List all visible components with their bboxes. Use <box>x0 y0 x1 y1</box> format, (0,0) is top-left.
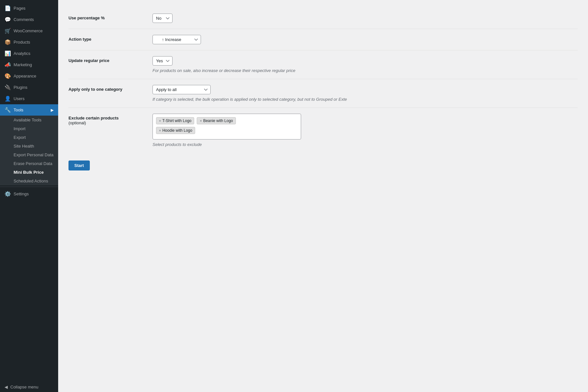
collapse-label: Collapse menu <box>10 385 38 389</box>
tools-icon: 🔧 <box>5 107 11 113</box>
update-regular-price-label: Update regular price <box>68 56 152 63</box>
exclude-products-label: Exclude certain products (optional) <box>68 114 152 125</box>
submenu-export-personal-data[interactable]: Export Personal Data <box>0 150 58 159</box>
apply-category-field: Apply to all If category is selected, th… <box>152 85 578 102</box>
tag-beanie-remove[interactable]: × <box>200 119 202 123</box>
submenu-import[interactable]: Import <box>0 124 58 133</box>
sidebar-item-pages[interactable]: 📄 Pages <box>0 3 58 14</box>
plugins-icon: 🔌 <box>5 84 11 90</box>
users-icon: 👤 <box>5 96 11 102</box>
tag-beanie-label: Beanie with Logo <box>203 119 233 123</box>
tag-hoodie-remove[interactable]: × <box>159 129 161 132</box>
apply-category-label: Apply only to one category <box>68 85 152 92</box>
submenu-mini-bulk-price[interactable]: Mini Bulk Price <box>0 168 58 177</box>
use-percentage-label: Use percentage % <box>68 14 152 20</box>
submenu-scheduled-actions[interactable]: Scheduled Actions <box>0 177 58 185</box>
submenu-site-health[interactable]: Site Health <box>0 142 58 150</box>
sidebar-label-comments: Comments <box>14 17 34 22</box>
sidebar-label-users: Users <box>14 96 25 101</box>
sidebar-item-products[interactable]: 📦 Products <box>0 36 58 48</box>
action-type-label: Action type <box>68 35 152 42</box>
sidebar-item-comments[interactable]: 💬 Comments <box>0 14 58 25</box>
start-button-row: Start <box>68 160 578 170</box>
collapse-icon: ◀ <box>5 385 8 389</box>
products-icon: 📦 <box>5 39 11 45</box>
apply-category-select[interactable]: Apply to all <box>152 85 211 94</box>
tag-hoodie-label: Hoodie with Logo <box>162 128 192 133</box>
sidebar: 📄 Pages 💬 Comments 🛒 WooCommerce 📦 Produ… <box>0 0 58 392</box>
main-content: Use percentage % No Yes Action type ↑ In… <box>58 0 588 392</box>
tag-beanie[interactable]: × Beanie with Logo <box>197 117 236 124</box>
sidebar-item-plugins[interactable]: 🔌 Plugins <box>0 82 58 93</box>
submenu-erase-personal-data[interactable]: Erase Personal Data <box>0 159 58 168</box>
update-regular-price-description: For products on sale, also increase or d… <box>152 68 578 73</box>
woocommerce-icon: 🛒 <box>5 28 11 34</box>
collapse-menu-button[interactable]: ◀ Collapse menu <box>0 382 58 392</box>
tag-tshirt-label: T-Shirt with Logo <box>162 119 191 123</box>
action-type-field: ↑ Increase ↓ Decrease <box>152 35 578 44</box>
use-percentage-row: Use percentage % No Yes <box>68 8 578 29</box>
settings-icon: ⚙️ <box>5 191 11 197</box>
sidebar-item-analytics[interactable]: 📊 Analytics <box>0 48 58 59</box>
sidebar-label-products: Products <box>14 40 30 45</box>
appearance-icon: 🎨 <box>5 73 11 79</box>
tag-hoodie[interactable]: × Hoodie with Logo <box>156 127 195 134</box>
sidebar-label-settings: Settings <box>14 191 29 196</box>
tag-tshirt-remove[interactable]: × <box>159 119 161 123</box>
comments-icon: 💬 <box>5 16 11 23</box>
sidebar-label-tools: Tools <box>14 108 23 112</box>
sidebar-label-appearance: Appearance <box>14 74 36 78</box>
exclude-products-description: Select products to exclude <box>152 142 578 147</box>
sidebar-label-pages: Pages <box>14 6 26 11</box>
exclude-products-field: × T-Shirt with Logo × Beanie with Logo ×… <box>152 114 578 147</box>
pages-icon: 📄 <box>5 5 11 11</box>
submenu-export[interactable]: Export <box>0 133 58 142</box>
update-regular-price-select[interactable]: Yes No <box>152 56 173 66</box>
sidebar-label-analytics: Analytics <box>14 51 30 56</box>
submenu-available-tools[interactable]: Available Tools <box>0 116 58 124</box>
start-button[interactable]: Start <box>68 160 90 170</box>
sidebar-item-users[interactable]: 👤 Users <box>0 93 58 104</box>
sidebar-divider <box>0 187 58 187</box>
use-percentage-field: No Yes <box>152 14 578 23</box>
sidebar-item-settings[interactable]: ⚙️ Settings <box>0 188 58 200</box>
analytics-icon: 📊 <box>5 50 11 57</box>
action-type-select[interactable]: ↑ Increase ↓ Decrease <box>152 35 201 44</box>
action-type-row: Action type ↑ Increase ↓ Decrease <box>68 29 578 50</box>
sidebar-label-marketing: Marketing <box>14 62 32 67</box>
apply-category-row: Apply only to one category Apply to all … <box>68 79 578 108</box>
apply-category-description: If category is selected, the bulk operat… <box>152 97 578 102</box>
tools-submenu: Available Tools Import Export Site Healt… <box>0 116 58 185</box>
exclude-products-tagbox[interactable]: × T-Shirt with Logo × Beanie with Logo ×… <box>152 114 301 139</box>
sidebar-item-marketing[interactable]: 📣 Marketing <box>0 59 58 70</box>
update-regular-price-row: Update regular price Yes No For products… <box>68 50 578 79</box>
tools-expand-icon: ▶ <box>51 108 54 112</box>
use-percentage-select[interactable]: No Yes <box>152 14 173 23</box>
update-regular-price-field: Yes No For products on sale, also increa… <box>152 56 578 73</box>
sidebar-label-woocommerce: WooCommerce <box>14 28 43 33</box>
sidebar-item-tools[interactable]: 🔧 Tools ▶ <box>0 104 58 116</box>
sidebar-label-plugins: Plugins <box>14 85 27 90</box>
sidebar-item-woocommerce[interactable]: 🛒 WooCommerce <box>0 25 58 36</box>
exclude-products-row: Exclude certain products (optional) × T-… <box>68 108 578 153</box>
sidebar-item-appearance[interactable]: 🎨 Appearance <box>0 70 58 82</box>
marketing-icon: 📣 <box>5 62 11 68</box>
tag-tshirt[interactable]: × T-Shirt with Logo <box>156 117 194 124</box>
